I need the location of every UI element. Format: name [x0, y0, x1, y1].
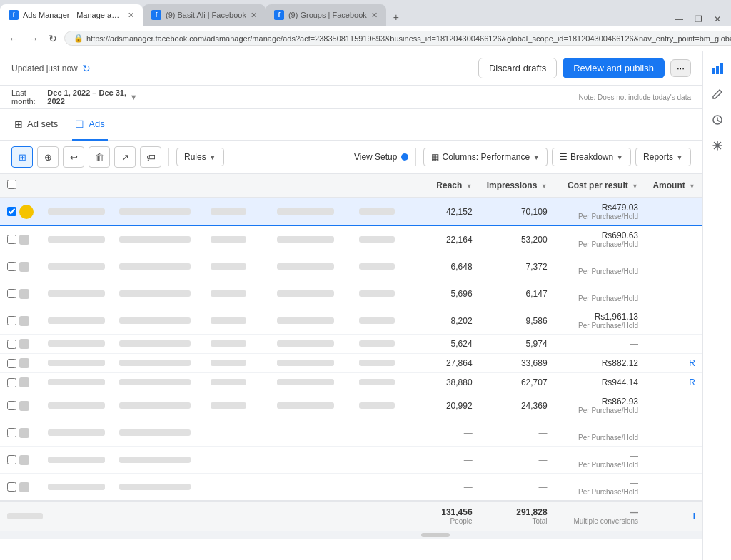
back-button[interactable]: ← — [6, 31, 21, 46]
row5-checkbox[interactable] — [0, 307, 41, 335]
forward-button[interactable]: → — [26, 31, 41, 46]
row9-checkbox[interactable] — [0, 392, 41, 419]
tab-3[interactable]: f (9) Groups | Facebook ✕ — [266, 4, 386, 26]
app-wrapper: Updated just now ↻ Discard drafts Review… — [0, 51, 731, 560]
tab-ads[interactable]: ☐ Ads — [72, 109, 107, 141]
row4-col5 — [352, 280, 418, 307]
footer-cost: — Multiple conversions — [555, 501, 645, 531]
row10-checkbox[interactable] — [0, 419, 41, 447]
asterisk-icon[interactable] — [706, 134, 729, 157]
row10-impressions: — — [480, 419, 555, 447]
close-tab-3[interactable]: ✕ — [371, 11, 378, 20]
breakdown-dropdown-button[interactable]: ☰ Breakdown ▼ — [552, 148, 631, 166]
cost-sub: Per Purchase/Hold — [562, 488, 638, 496]
row5-col5 — [352, 307, 418, 335]
address-bar: ← → ↻ 🔒 https://adsmanager.facebook.com/… — [0, 26, 731, 51]
review-publish-button[interactable]: Review and publish — [563, 58, 665, 78]
horizontal-scrollbar[interactable] — [0, 531, 702, 539]
cost-sub: Per Purchase/Hold — [562, 268, 638, 275]
row5-check[interactable] — [7, 316, 16, 325]
table-wrapper: Reach ▼ Impressions ▼ Cost per result ▼ — [0, 174, 702, 560]
chart-icon[interactable] — [706, 57, 729, 80]
row4-checkbox[interactable] — [0, 280, 41, 307]
delete-button[interactable]: 🗑 — [89, 146, 110, 168]
row11-check[interactable] — [7, 455, 16, 464]
reload-button[interactable]: ↻ — [46, 31, 60, 46]
refresh-icon[interactable]: ↻ — [82, 63, 91, 74]
status-indicator — [19, 316, 29, 326]
discard-drafts-button[interactable]: Discard drafts — [478, 58, 557, 78]
th-amount[interactable]: Amount ▼ — [645, 174, 702, 198]
row4-check[interactable] — [7, 289, 16, 298]
th-cost[interactable]: Cost per result ▼ — [555, 174, 645, 198]
th-col5 — [352, 174, 418, 198]
row6-check[interactable] — [7, 340, 16, 349]
row7-check[interactable] — [7, 359, 16, 368]
blurred-content — [48, 208, 105, 215]
scroll-thumb[interactable] — [421, 533, 450, 537]
row8-check[interactable] — [7, 378, 16, 387]
row6-reach: 5,624 — [418, 335, 479, 354]
new-tab-button[interactable]: + — [386, 9, 406, 26]
row12-col5 — [352, 474, 418, 502]
row12-col1 — [41, 474, 112, 502]
row11-checkbox[interactable] — [0, 447, 41, 474]
cost-sub: Per Purchase/Hold — [562, 213, 638, 220]
footer-reach: 131,456 People — [418, 501, 479, 531]
date-dropdown-button[interactable]: ▼ — [130, 93, 138, 101]
footer-amount: I — [645, 501, 702, 531]
row2-checkbox[interactable] — [0, 225, 41, 253]
row2-check[interactable] — [7, 235, 16, 244]
row9-col4 — [270, 392, 352, 419]
row1-cost: Rs479.03 Per Purchase/Hold — [555, 198, 645, 225]
clock-icon[interactable] — [706, 108, 729, 131]
move-button[interactable]: ↗ — [114, 146, 136, 168]
row3-check[interactable] — [7, 262, 16, 271]
row1-col4 — [270, 198, 352, 225]
browser-chrome: f Ads Manager - Manage ads - Ca... ✕ f (… — [0, 0, 731, 51]
row6-col2 — [112, 335, 203, 354]
blurred-content — [359, 290, 395, 297]
blurred-content — [119, 360, 191, 366]
row12-check[interactable] — [7, 482, 16, 492]
row7-cost: Rs882.12 — [555, 354, 645, 373]
edit-icon[interactable] — [706, 83, 729, 106]
row1-reach: 42,152 — [418, 198, 479, 225]
tab-ad-sets[interactable]: ⊞ Ad sets — [11, 109, 61, 141]
tab-2[interactable]: f (9) Basit Ali | Facebook ✕ — [143, 4, 266, 26]
undo-button[interactable]: ↩ — [63, 146, 84, 168]
columns-dropdown-button[interactable]: ▦ Columns: Performance ▼ — [423, 148, 548, 166]
row7-reach: 27,864 — [418, 354, 479, 373]
row11-col4 — [270, 447, 352, 474]
th-impressions[interactable]: Impressions ▼ — [480, 174, 555, 198]
tab-bar: f Ads Manager - Manage ads - Ca... ✕ f (… — [0, 0, 731, 26]
close-tab-2[interactable]: ✕ — [251, 11, 257, 20]
tag-button[interactable]: 🏷 — [140, 146, 161, 168]
row8-checkbox[interactable] — [0, 373, 41, 392]
row9-col5 — [352, 392, 418, 419]
duplicate-button[interactable]: ⊕ — [37, 146, 59, 168]
row1-checkbox[interactable] — [0, 198, 41, 225]
row9-check[interactable] — [7, 401, 16, 410]
row12-checkbox[interactable] — [0, 474, 41, 502]
url-input[interactable]: 🔒 https://adsmanager.facebook.com/adsman… — [64, 31, 731, 46]
th-reach[interactable]: Reach ▼ — [418, 174, 479, 198]
tab-active[interactable]: f Ads Manager - Manage ads - Ca... ✕ — [0, 4, 143, 26]
close-tab-1[interactable]: ✕ — [128, 11, 134, 20]
grid-view-button[interactable]: ⊞ — [11, 146, 33, 168]
reports-label: Reports — [643, 152, 673, 162]
more-options-button[interactable]: ··· — [670, 59, 691, 77]
row3-checkbox[interactable] — [0, 253, 41, 280]
rules-button[interactable]: Rules ▼ — [176, 148, 224, 166]
maximize-button[interactable]: ❐ — [690, 13, 707, 26]
close-button[interactable]: ✕ — [710, 13, 725, 26]
row6-checkbox[interactable] — [0, 335, 41, 354]
row5-reach: 8,202 — [418, 307, 479, 335]
row1-col2 — [112, 198, 203, 225]
row10-check[interactable] — [7, 428, 16, 437]
select-all-checkbox[interactable] — [7, 180, 16, 189]
minimize-button[interactable]: — — [670, 13, 687, 26]
row1-check[interactable] — [7, 207, 16, 216]
row7-checkbox[interactable] — [0, 354, 41, 373]
reports-dropdown-button[interactable]: Reports ▼ — [635, 148, 691, 166]
